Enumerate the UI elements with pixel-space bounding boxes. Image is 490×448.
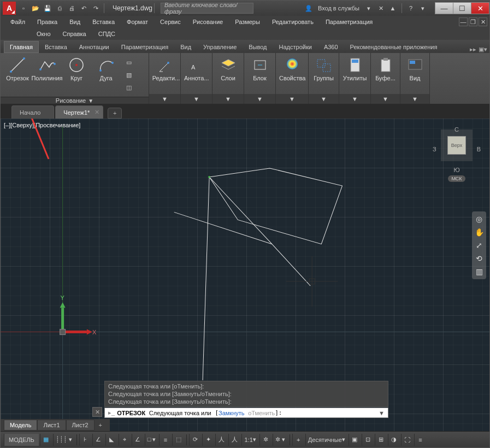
panel-draw-title[interactable]: Рисование ▼ [1, 97, 149, 104]
tool-text[interactable]: AАннота... [183, 55, 210, 82]
viewcube-west[interactable]: З [433, 146, 436, 152]
annomonitor-icon[interactable]: + [292, 434, 304, 446]
menu-edit[interactable]: Правка [32, 17, 63, 26]
menu-window[interactable]: Окно [31, 30, 56, 38]
zoom-icon[interactable]: ⤢ [476, 241, 482, 250]
doc-restore-button[interactable]: ❐ [469, 17, 477, 26]
tool-layers[interactable]: Слои [215, 55, 241, 82]
minimize-button[interactable]: — [435, 2, 453, 14]
drawing-canvas[interactable]: [–][Сверху][Просвечивание] X Y [1, 119, 489, 431]
dropdown-icon[interactable]: ▾ [364, 3, 374, 13]
steering-wheel-icon[interactable]: ◎ [476, 215, 482, 223]
cycling-icon[interactable]: ⟳ [189, 434, 201, 446]
tool-line[interactable]: Отрезок [3, 55, 32, 82]
viewcube-top[interactable]: Верх [447, 136, 466, 155]
rectangle-icon[interactable]: ▭ [122, 56, 136, 68]
tool-clipboard[interactable]: Буфе... [373, 55, 398, 82]
tool-modify[interactable]: Редакти... [151, 55, 181, 82]
doc-tab-start[interactable]: Начало [11, 105, 54, 119]
viewcube-east[interactable]: В [477, 146, 481, 152]
tab-a360[interactable]: A360 [318, 41, 344, 53]
snap-icon[interactable]: □ ▾ [145, 434, 158, 446]
tab-annotate[interactable]: Аннотации [73, 41, 115, 53]
save-icon[interactable]: 💾 [42, 3, 53, 14]
coord-system-badge[interactable]: МСК [448, 175, 465, 182]
isolate-icon[interactable]: ◑ [388, 434, 400, 446]
polar-icon[interactable]: ∠ [92, 434, 104, 446]
tool-arc[interactable]: Дуга [91, 55, 121, 82]
3dosnap-icon[interactable]: 人 [215, 434, 227, 446]
command-close-button[interactable]: ✕ [92, 407, 102, 417]
search-input[interactable]: Введите ключевое слово/фразу [161, 3, 253, 14]
signin-link[interactable]: Вход в службы [316, 5, 362, 11]
doc-minimize-button[interactable]: — [459, 17, 468, 26]
app-logo[interactable]: A [3, 2, 16, 15]
redo-icon[interactable]: ↷ [90, 3, 101, 14]
panel-view-expand[interactable]: ▼ [400, 94, 429, 104]
units-button[interactable]: Десятичные ▾ [305, 434, 347, 446]
panel-layers-expand[interactable]: ▼ [212, 94, 244, 104]
menu-spds[interactable]: СПДС [93, 30, 121, 38]
dynamic-ucs-icon[interactable]: 人 [228, 434, 240, 446]
osnap-icon[interactable]: ⌖ [119, 434, 131, 446]
undo-icon[interactable]: ↶ [78, 3, 89, 14]
panel-groups-expand[interactable]: ▼ [309, 94, 339, 104]
panel-utilities-expand[interactable]: ▼ [339, 94, 370, 104]
menu-file[interactable]: Файл [5, 17, 31, 26]
clean-screen-icon[interactable]: ⛶ [401, 434, 413, 446]
iso-icon[interactable]: ◣ [105, 434, 117, 446]
layout-add-button[interactable]: + [95, 420, 107, 430]
tab-output[interactable]: Вывод [243, 41, 273, 53]
tool-groups[interactable]: Группы [311, 55, 336, 82]
tool-properties[interactable]: Свойства [278, 55, 306, 82]
ribbon-collapse-icon[interactable]: ▣▾ [479, 46, 487, 53]
boundary-icon[interactable]: ◫ [122, 81, 136, 93]
menu-insert[interactable]: Вставка [87, 17, 120, 26]
layout-sheet2[interactable]: Лист2 [66, 420, 95, 431]
menu-draw[interactable]: Рисование [187, 17, 228, 26]
tool-block[interactable]: Блок [246, 55, 273, 82]
a360-icon[interactable]: ▲ [388, 3, 398, 13]
tool-utilities[interactable]: Утилиты [341, 55, 368, 82]
viewcube-north[interactable]: С [435, 126, 479, 133]
command-dropdown-icon[interactable]: ▼ [379, 410, 385, 416]
panel-annotations-expand[interactable]: ▼ [181, 94, 212, 104]
print-icon[interactable]: 🖨 [66, 3, 77, 14]
ortho-icon[interactable]: ⊦ [79, 434, 91, 446]
panel-modify-expand[interactable]: ▼ [149, 94, 180, 104]
saveas-icon[interactable]: ⎙ [54, 3, 65, 14]
tab-insert[interactable]: Вставка [39, 41, 73, 53]
maximize-button[interactable]: ☐ [453, 2, 471, 14]
hardware-icon[interactable]: ⊞ [375, 434, 387, 446]
orbit-icon[interactable]: ⟲ [476, 254, 482, 263]
close-tab-icon[interactable]: ✕ [95, 109, 99, 116]
pan-icon[interactable]: ✋ [475, 228, 484, 237]
scale-button[interactable]: 1:1 ▾ [241, 434, 258, 446]
lineweight-icon[interactable]: ≡ [159, 434, 171, 446]
showui-icon[interactable]: ▥ [476, 267, 483, 276]
help-icon[interactable]: ? [406, 3, 416, 13]
new-icon[interactable]: ▫ [18, 3, 29, 14]
signin-icon[interactable]: 👤 [304, 3, 314, 13]
menu-modify[interactable]: Редактировать [267, 17, 319, 26]
menu-help[interactable]: Справка [57, 30, 92, 38]
tool-view[interactable]: Вид [403, 55, 427, 82]
viewcube-south[interactable]: Ю [435, 167, 479, 173]
qp-icon[interactable]: ▣ [349, 434, 361, 446]
tool-polyline[interactable]: Полилиния [32, 55, 62, 82]
layout-model[interactable]: Модель [4, 420, 37, 431]
quick-properties-icon[interactable]: ✦ [202, 434, 214, 446]
menu-format[interactable]: Формат [121, 17, 154, 26]
panel-properties-expand[interactable]: ▼ [276, 94, 308, 104]
viewcube[interactable]: С З В Верх Ю МСК [435, 124, 479, 190]
exchange-icon[interactable]: ✕ [376, 3, 386, 13]
command-input[interactable]: ▸_ ОТРЕЗОК Следующая точка или [Замкнуть… [104, 408, 388, 418]
panel-clipboard-expand[interactable]: ▼ [371, 94, 400, 104]
snap-dropdown-icon[interactable]: ┊┊┊ ▾ [53, 434, 74, 446]
menu-dim[interactable]: Размеры [229, 17, 265, 26]
tool-circle[interactable]: Круг [62, 55, 91, 82]
menu-param[interactable]: Параметризация [320, 17, 378, 26]
menu-view[interactable]: Вид [64, 17, 86, 26]
layout-sheet1[interactable]: Лист1 [37, 420, 66, 431]
model-space-button[interactable]: МОДЕЛЬ [4, 434, 39, 446]
